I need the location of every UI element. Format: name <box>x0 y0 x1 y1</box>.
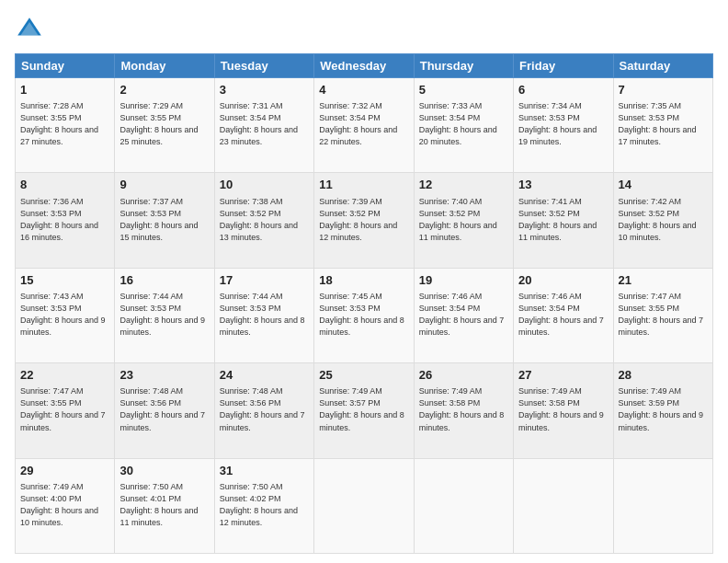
calendar-cell: 7Sunrise: 7:35 AMSunset: 3:53 PMDaylight… <box>613 78 712 173</box>
calendar-cell: 11Sunrise: 7:39 AMSunset: 3:52 PMDayligh… <box>314 173 414 268</box>
day-number: 28 <box>619 367 708 384</box>
cell-content: Sunrise: 7:43 AMSunset: 3:53 PMDaylight:… <box>20 291 109 339</box>
logo-icon <box>15 15 44 44</box>
cell-content: Sunrise: 7:47 AMSunset: 3:55 PMDaylight:… <box>619 291 708 339</box>
calendar-cell: 13Sunrise: 7:41 AMSunset: 3:52 PMDayligh… <box>514 173 613 268</box>
cell-content: Sunrise: 7:50 AMSunset: 4:01 PMDaylight:… <box>119 481 209 529</box>
calendar-cell: 3Sunrise: 7:31 AMSunset: 3:54 PMDaylight… <box>214 78 313 173</box>
calendar-cell: 14Sunrise: 7:42 AMSunset: 3:52 PMDayligh… <box>613 173 712 268</box>
calendar-cell: 26Sunrise: 7:49 AMSunset: 3:58 PMDayligh… <box>414 363 513 458</box>
calendar-cell: 21Sunrise: 7:47 AMSunset: 3:55 PMDayligh… <box>613 268 712 362</box>
calendar-cell: 30Sunrise: 7:50 AMSunset: 4:01 PMDayligh… <box>115 458 214 553</box>
col-saturday: Saturday <box>613 54 712 78</box>
day-number: 2 <box>119 82 209 98</box>
day-number: 21 <box>619 272 708 289</box>
calendar-cell: 2Sunrise: 7:29 AMSunset: 3:55 PMDaylight… <box>115 78 214 173</box>
cell-content: Sunrise: 7:35 AMSunset: 3:53 PMDaylight:… <box>619 100 708 148</box>
day-number: 3 <box>220 82 309 98</box>
cell-content: Sunrise: 7:28 AMSunset: 3:55 PMDaylight:… <box>20 100 109 148</box>
day-number: 4 <box>319 82 408 98</box>
calendar-cell: 6Sunrise: 7:34 AMSunset: 3:53 PMDaylight… <box>514 78 613 173</box>
cell-content: Sunrise: 7:47 AMSunset: 3:55 PMDaylight:… <box>20 385 109 433</box>
cell-content: Sunrise: 7:49 AMSunset: 3:57 PMDaylight:… <box>319 385 408 433</box>
calendar-cell: 25Sunrise: 7:49 AMSunset: 3:57 PMDayligh… <box>314 363 414 458</box>
col-sunday: Sunday <box>16 54 115 78</box>
calendar-cell: 12Sunrise: 7:40 AMSunset: 3:52 PMDayligh… <box>414 173 513 268</box>
calendar-cell: 16Sunrise: 7:44 AMSunset: 3:53 PMDayligh… <box>115 268 214 362</box>
day-number: 11 <box>319 177 408 193</box>
cell-content: Sunrise: 7:32 AMSunset: 3:54 PMDaylight:… <box>319 100 408 148</box>
day-number: 5 <box>419 82 508 98</box>
cell-content: Sunrise: 7:49 AMSunset: 3:59 PMDaylight:… <box>619 385 708 433</box>
calendar-cell: 18Sunrise: 7:45 AMSunset: 3:53 PMDayligh… <box>314 268 414 362</box>
cell-content: Sunrise: 7:41 AMSunset: 3:52 PMDaylight:… <box>518 196 608 244</box>
calendar-cell <box>314 458 414 553</box>
cell-content: Sunrise: 7:49 AMSunset: 3:58 PMDaylight:… <box>419 385 508 433</box>
day-number: 18 <box>319 272 408 289</box>
cell-content: Sunrise: 7:29 AMSunset: 3:55 PMDaylight:… <box>119 100 209 148</box>
calendar-week-5: 29Sunrise: 7:49 AMSunset: 4:00 PMDayligh… <box>16 458 713 553</box>
calendar-header-row: Sunday Monday Tuesday Wednesday Thursday… <box>16 54 713 78</box>
cell-content: Sunrise: 7:46 AMSunset: 3:54 PMDaylight:… <box>518 291 608 339</box>
day-number: 12 <box>419 177 508 193</box>
day-number: 25 <box>319 367 408 384</box>
cell-content: Sunrise: 7:33 AMSunset: 3:54 PMDaylight:… <box>419 100 508 148</box>
calendar-cell: 24Sunrise: 7:48 AMSunset: 3:56 PMDayligh… <box>214 363 313 458</box>
calendar-week-1: 1Sunrise: 7:28 AMSunset: 3:55 PMDaylight… <box>16 78 713 173</box>
day-number: 27 <box>518 367 608 384</box>
day-number: 22 <box>20 367 109 384</box>
col-monday: Monday <box>115 54 214 78</box>
calendar-cell: 5Sunrise: 7:33 AMSunset: 3:54 PMDaylight… <box>414 78 513 173</box>
calendar-cell <box>414 458 513 553</box>
day-number: 19 <box>419 272 508 289</box>
cell-content: Sunrise: 7:42 AMSunset: 3:52 PMDaylight:… <box>619 196 708 244</box>
page: Sunday Monday Tuesday Wednesday Thursday… <box>0 0 728 563</box>
day-number: 15 <box>20 272 109 289</box>
calendar-cell: 23Sunrise: 7:48 AMSunset: 3:56 PMDayligh… <box>115 363 214 458</box>
day-number: 13 <box>518 177 608 193</box>
day-number: 26 <box>419 367 508 384</box>
day-number: 20 <box>518 272 608 289</box>
calendar-cell: 20Sunrise: 7:46 AMSunset: 3:54 PMDayligh… <box>514 268 613 362</box>
cell-content: Sunrise: 7:34 AMSunset: 3:53 PMDaylight:… <box>518 100 608 148</box>
calendar-cell: 17Sunrise: 7:44 AMSunset: 3:53 PMDayligh… <box>214 268 313 362</box>
day-number: 10 <box>220 177 309 193</box>
cell-content: Sunrise: 7:36 AMSunset: 3:53 PMDaylight:… <box>20 196 109 244</box>
cell-content: Sunrise: 7:48 AMSunset: 3:56 PMDaylight:… <box>119 385 209 433</box>
calendar-week-2: 8Sunrise: 7:36 AMSunset: 3:53 PMDaylight… <box>16 173 713 268</box>
cell-content: Sunrise: 7:37 AMSunset: 3:53 PMDaylight:… <box>119 196 209 244</box>
day-number: 14 <box>619 177 708 193</box>
cell-content: Sunrise: 7:44 AMSunset: 3:53 PMDaylight:… <box>220 291 309 339</box>
cell-content: Sunrise: 7:46 AMSunset: 3:54 PMDaylight:… <box>419 291 508 339</box>
cell-content: Sunrise: 7:39 AMSunset: 3:52 PMDaylight:… <box>319 196 408 244</box>
day-number: 30 <box>119 463 209 479</box>
cell-content: Sunrise: 7:45 AMSunset: 3:53 PMDaylight:… <box>319 291 408 339</box>
col-friday: Friday <box>514 54 613 78</box>
day-number: 1 <box>20 82 109 98</box>
cell-content: Sunrise: 7:50 AMSunset: 4:02 PMDaylight:… <box>220 481 309 529</box>
calendar-week-4: 22Sunrise: 7:47 AMSunset: 3:55 PMDayligh… <box>16 363 713 458</box>
day-number: 8 <box>20 177 109 193</box>
cell-content: Sunrise: 7:44 AMSunset: 3:53 PMDaylight:… <box>119 291 209 339</box>
calendar-cell: 10Sunrise: 7:38 AMSunset: 3:52 PMDayligh… <box>214 173 313 268</box>
calendar-cell: 29Sunrise: 7:49 AMSunset: 4:00 PMDayligh… <box>16 458 115 553</box>
cell-content: Sunrise: 7:31 AMSunset: 3:54 PMDaylight:… <box>220 100 309 148</box>
calendar-cell <box>514 458 613 553</box>
cell-content: Sunrise: 7:49 AMSunset: 3:58 PMDaylight:… <box>518 385 608 433</box>
calendar-cell: 19Sunrise: 7:46 AMSunset: 3:54 PMDayligh… <box>414 268 513 362</box>
day-number: 24 <box>220 367 309 384</box>
calendar-week-3: 15Sunrise: 7:43 AMSunset: 3:53 PMDayligh… <box>16 268 713 362</box>
day-number: 17 <box>220 272 309 289</box>
day-number: 9 <box>119 177 209 193</box>
header <box>15 15 713 44</box>
calendar-cell: 28Sunrise: 7:49 AMSunset: 3:59 PMDayligh… <box>613 363 712 458</box>
cell-content: Sunrise: 7:48 AMSunset: 3:56 PMDaylight:… <box>220 385 309 433</box>
cell-content: Sunrise: 7:49 AMSunset: 4:00 PMDaylight:… <box>20 481 109 529</box>
col-wednesday: Wednesday <box>314 54 414 78</box>
calendar-table: Sunday Monday Tuesday Wednesday Thursday… <box>15 53 713 554</box>
day-number: 7 <box>619 82 708 98</box>
day-number: 16 <box>119 272 209 289</box>
day-number: 6 <box>518 82 608 98</box>
calendar-cell: 31Sunrise: 7:50 AMSunset: 4:02 PMDayligh… <box>214 458 313 553</box>
calendar-cell: 8Sunrise: 7:36 AMSunset: 3:53 PMDaylight… <box>16 173 115 268</box>
